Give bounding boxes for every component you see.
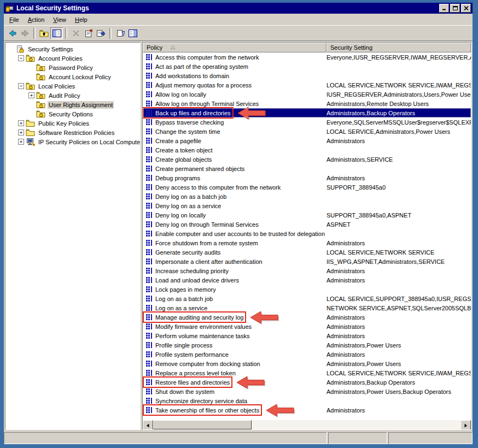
- table-row[interactable]: Log on as a batch jobLOCAL SERVICE,SUPPO…: [143, 294, 471, 303]
- collapse-minus-icon[interactable]: −: [18, 55, 24, 61]
- table-row[interactable]: Deny access to this computer from the ne…: [143, 182, 471, 192]
- tree-item-password-policy[interactable]: Password Policy: [5, 63, 140, 72]
- policy-icon: [145, 53, 153, 61]
- table-row[interactable]: Perform volume maintenance tasksAdminist…: [143, 331, 471, 340]
- table-row[interactable]: Lock pages in memory: [143, 285, 471, 294]
- table-row[interactable]: Restore files and directoriesAdministrat…: [143, 378, 471, 387]
- back-arrow-icon: [8, 29, 17, 38]
- table-row[interactable]: Allow log on locallyIUSR_REGSERVER,Admin…: [143, 90, 471, 99]
- table-row[interactable]: Enable computer and user accounts to be …: [143, 229, 471, 238]
- policy-icon: [145, 202, 153, 210]
- table-row[interactable]: Create permanent shared objects: [143, 164, 471, 173]
- policy-cell: Access this computer from the network: [143, 52, 327, 62]
- table-row[interactable]: Create a pagefileAdministrators: [143, 136, 471, 145]
- tree-item-account-policies[interactable]: −Account Policies: [5, 54, 140, 63]
- table-row[interactable]: Bypass traverse checkingEveryone,SQLServ…: [143, 117, 471, 127]
- table-row[interactable]: Access this computer from the networkEve…: [143, 52, 471, 62]
- horizontal-scrollbar[interactable]: [143, 420, 471, 429]
- policy-label: Act as part of the operating system: [155, 63, 248, 70]
- annotation-highlight-box: Back up files and directories: [144, 108, 232, 117]
- scrollbar-track[interactable]: [153, 420, 460, 429]
- properties-button[interactable]: [82, 27, 95, 39]
- table-row[interactable]: Generate security auditsLOCAL SERVICE,NE…: [143, 247, 471, 257]
- scrollbar-thumb[interactable]: [153, 420, 252, 429]
- policy-label: Take ownership of files or other objects: [155, 407, 259, 414]
- table-row[interactable]: Back up files and directoriesAdministrat…: [143, 108, 471, 117]
- delete-button[interactable]: [69, 27, 82, 39]
- expand-plus-icon[interactable]: +: [18, 129, 24, 135]
- column-header-policy[interactable]: Policy: [143, 43, 327, 52]
- table-row[interactable]: Adjust memory quotas for a processLOCAL …: [143, 80, 471, 90]
- tree-item-security-options[interactable]: Security Options: [5, 109, 140, 119]
- status-panel-2: [328, 432, 387, 444]
- policy-item: Deny log on locally: [144, 210, 207, 220]
- tree-item-user-rights-assignment[interactable]: User Rights Assignment: [5, 100, 140, 109]
- scroll-left-button[interactable]: [143, 420, 153, 430]
- security-setting-value: LOCAL SERVICE,NETWORK SERVICE,IWAM_REGSE…: [327, 370, 471, 376]
- collapse-minus-icon[interactable]: −: [18, 83, 24, 89]
- export-list-button[interactable]: [95, 27, 107, 39]
- column-header-security-setting[interactable]: Security Setting: [327, 43, 471, 52]
- security-setting-value: Administrators,Backup Operators: [327, 110, 471, 116]
- help-button[interactable]: ?: [114, 27, 126, 39]
- show-hide-action-pane-button[interactable]: [126, 27, 139, 39]
- table-row[interactable]: Create a token object: [143, 145, 471, 155]
- forward-button[interactable]: [19, 27, 31, 39]
- maximize-button[interactable]: [450, 4, 460, 13]
- policy-label: Log on as a batch job: [155, 296, 213, 302]
- table-row[interactable]: Deny log on as a batch job: [143, 192, 471, 201]
- status-panel-1: [4, 432, 327, 444]
- policy-icon: [145, 90, 153, 98]
- tree-item-local-policies[interactable]: −Local Policies: [5, 81, 140, 91]
- table-row[interactable]: Allow log on through Terminal ServicesAd…: [143, 99, 471, 108]
- table-row[interactable]: Profile system performanceAdministrators: [143, 350, 471, 359]
- table-row[interactable]: Modify firmware environment valuesAdmini…: [143, 322, 471, 331]
- table-row[interactable]: Deny log on as a service: [143, 201, 471, 210]
- table-row[interactable]: Create global objectsAdministrators,SERV…: [143, 155, 471, 164]
- menu-action[interactable]: Action: [24, 15, 49, 24]
- close-button[interactable]: [461, 4, 471, 13]
- table-row[interactable]: Load and unload device driversAdministra…: [143, 275, 471, 285]
- table-row[interactable]: Increase scheduling priorityAdministrato…: [143, 266, 471, 275]
- table-row[interactable]: Profile single processAdministrators,Pow…: [143, 340, 471, 350]
- menu-view[interactable]: View: [49, 15, 71, 24]
- table-row[interactable]: Add workstations to domain: [143, 71, 471, 80]
- policy-icon: [145, 387, 153, 396]
- minimize-button[interactable]: [439, 4, 449, 13]
- table-row[interactable]: Log on as a serviceNETWORK SERVICE,ASPNE…: [143, 303, 471, 313]
- table-row[interactable]: Force shutdown from a remote systemAdmin…: [143, 238, 471, 247]
- table-row[interactable]: Take ownership of files or other objects…: [143, 405, 471, 415]
- up-one-level-button[interactable]: [38, 27, 50, 39]
- delete-x-icon: [72, 30, 80, 37]
- menu-file[interactable]: File: [5, 15, 24, 24]
- table-row[interactable]: Replace a process level tokenLOCAL SERVI…: [143, 368, 471, 378]
- table-row[interactable]: Debug programsAdministrators: [143, 173, 471, 182]
- table-row[interactable]: Act as part of the operating system: [143, 62, 471, 71]
- table-row[interactable]: Impersonate a client after authenticatio…: [143, 257, 471, 266]
- tree-item-account-lockout-policy[interactable]: Account Lockout Policy: [5, 72, 140, 81]
- tree-item-label: Account Policies: [37, 55, 84, 62]
- table-row[interactable]: Shut down the systemAdministrators,Power…: [143, 387, 471, 396]
- table-row[interactable]: Change the system timeLOCAL SERVICE,Admi…: [143, 127, 471, 136]
- show-hide-console-tree-button[interactable]: [50, 27, 63, 39]
- folder-lock-icon: [26, 82, 35, 91]
- tree-item-public-key-policies[interactable]: +Public Key Policies: [5, 119, 140, 128]
- table-row[interactable]: Manage auditing and security logAdminist…: [143, 313, 471, 322]
- tree-item-security-settings[interactable]: Security Settings: [5, 44, 140, 54]
- tree-item-audit-policy[interactable]: +Audit Policy: [5, 91, 140, 100]
- back-button[interactable]: [6, 27, 19, 39]
- tree-item-software-restriction-policies[interactable]: +Software Restriction Policies: [5, 128, 140, 137]
- sort-ascending-icon: [170, 44, 176, 51]
- scroll-right-button[interactable]: [460, 420, 471, 430]
- tree-item-ip-security-policies-on-local-computer[interactable]: +IP Security Policies on Local Computer: [5, 137, 140, 146]
- expand-plus-icon[interactable]: +: [18, 139, 24, 145]
- table-row[interactable]: Deny log on through Terminal ServicesASP…: [143, 220, 471, 229]
- table-row[interactable]: Remove computer from docking stationAdmi…: [143, 359, 471, 368]
- table-row[interactable]: Deny log on locallySUPPORT_388945a0,ASPN…: [143, 210, 471, 220]
- security-setting-value: LOCAL SERVICE,NETWORK SERVICE,IWAM_REGSE…: [327, 82, 471, 89]
- expand-plus-icon[interactable]: +: [28, 92, 34, 98]
- security-setting-value: Administrators: [327, 314, 471, 321]
- menu-help[interactable]: Help: [71, 15, 92, 24]
- expand-plus-icon[interactable]: +: [18, 120, 24, 126]
- table-row[interactable]: Synchronize directory service data: [143, 396, 471, 405]
